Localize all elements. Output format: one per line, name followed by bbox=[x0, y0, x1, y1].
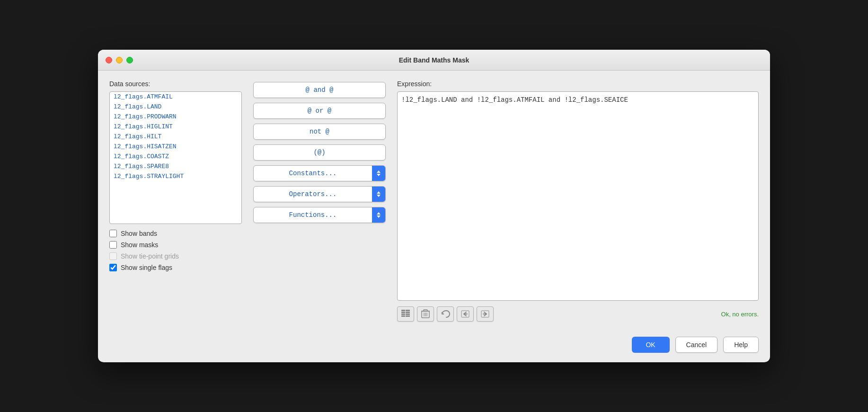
functions-label: Functions... bbox=[254, 207, 372, 223]
checkboxes-group: Show bands Show masks Show tie-point gri… bbox=[109, 230, 242, 271]
help-button[interactable]: Help bbox=[723, 337, 759, 353]
svg-rect-3 bbox=[401, 315, 405, 317]
import-left-button[interactable] bbox=[457, 306, 474, 322]
not-button[interactable]: not @ bbox=[253, 124, 386, 140]
arrow-up-icon bbox=[377, 170, 381, 173]
svg-rect-5 bbox=[406, 312, 410, 313]
delete-button[interactable] bbox=[417, 306, 434, 322]
arrow-down-icon bbox=[377, 174, 381, 176]
constants-dropdown[interactable]: Constants... bbox=[253, 165, 386, 181]
show-tie-point-grids-label: Show tie-point grids bbox=[121, 252, 179, 260]
bottom-bar: OK Cancel Help bbox=[98, 331, 770, 362]
list-item[interactable]: l2_flags.HISATZEN bbox=[110, 142, 241, 152]
bracket-left-icon bbox=[461, 310, 470, 318]
middle-panel: @ and @ @ or @ not @ (@) Constants... Op… bbox=[253, 80, 386, 322]
maximize-button[interactable] bbox=[126, 57, 133, 63]
svg-rect-10 bbox=[424, 310, 427, 311]
list-item[interactable]: l2_flags.SPARE8 bbox=[110, 161, 241, 171]
bracket-right-icon bbox=[480, 310, 490, 318]
datasources-label: Data sources: bbox=[109, 80, 242, 88]
show-tie-point-grids-row: Show tie-point grids bbox=[109, 252, 242, 260]
show-bands-checkbox[interactable] bbox=[109, 230, 117, 237]
svg-rect-2 bbox=[401, 313, 405, 315]
list-item[interactable]: l2_flags.COASTZ bbox=[110, 152, 241, 161]
show-masks-checkbox[interactable] bbox=[109, 241, 117, 249]
constants-label: Constants... bbox=[254, 166, 372, 181]
dialog-window: Edit Band Maths Mask Data sources: l2_fl… bbox=[98, 50, 770, 362]
list-item[interactable]: l2_flags.HIGLINT bbox=[110, 122, 241, 132]
left-panel: Data sources: l2_flags.ATMFAIL l2_flags.… bbox=[109, 80, 242, 322]
show-bands-row[interactable]: Show bands bbox=[109, 230, 242, 237]
grid-view-button[interactable] bbox=[397, 306, 414, 322]
right-panel: Expression: bbox=[397, 80, 759, 322]
show-masks-row[interactable]: Show masks bbox=[109, 241, 242, 249]
svg-rect-4 bbox=[406, 310, 410, 311]
window-title: Edit Band Maths Mask bbox=[399, 56, 469, 64]
svg-rect-1 bbox=[401, 312, 405, 313]
svg-rect-0 bbox=[401, 310, 405, 311]
show-single-flags-row[interactable]: Show single flags bbox=[109, 264, 242, 271]
cancel-button[interactable]: Cancel bbox=[675, 337, 718, 353]
window-controls bbox=[106, 57, 133, 63]
minimize-button[interactable] bbox=[116, 57, 123, 63]
undo-button[interactable] bbox=[437, 306, 454, 322]
functions-arrow bbox=[372, 207, 385, 223]
constants-arrow bbox=[372, 166, 385, 181]
trash-icon bbox=[421, 309, 430, 319]
close-button[interactable] bbox=[106, 57, 112, 63]
arrow-down-icon bbox=[377, 215, 381, 218]
or-button[interactable]: @ or @ bbox=[253, 103, 386, 119]
undo-icon bbox=[441, 310, 450, 318]
list-item[interactable]: l2_flags.PRODWARN bbox=[110, 112, 241, 122]
list-item[interactable]: l2_flags.ATMFAIL bbox=[110, 92, 241, 102]
show-tie-point-grids-checkbox bbox=[109, 252, 117, 260]
paren-button[interactable]: (@) bbox=[253, 144, 386, 161]
arrow-up-icon bbox=[377, 191, 381, 194]
datasources-list[interactable]: l2_flags.ATMFAIL l2_flags.LAND l2_flags.… bbox=[109, 91, 242, 224]
import-right-button[interactable] bbox=[477, 306, 494, 322]
operators-dropdown[interactable]: Operators... bbox=[253, 186, 386, 202]
svg-rect-6 bbox=[406, 313, 410, 315]
and-button[interactable]: @ and @ bbox=[253, 82, 386, 98]
list-item[interactable]: l2_flags.LAND bbox=[110, 102, 241, 112]
toolbar-row: Ok, no errors. bbox=[397, 306, 759, 322]
arrow-up-icon bbox=[377, 212, 381, 215]
list-item[interactable]: l2_flags.HILT bbox=[110, 132, 241, 142]
show-single-flags-label: Show single flags bbox=[121, 264, 172, 271]
title-bar: Edit Band Maths Mask bbox=[98, 50, 770, 71]
operators-arrow bbox=[372, 187, 385, 202]
svg-rect-7 bbox=[406, 315, 410, 317]
arrow-down-icon bbox=[377, 195, 381, 197]
list-item[interactable]: l2_flags.STRAYLIGHT bbox=[110, 171, 241, 181]
expression-textarea[interactable] bbox=[397, 91, 759, 301]
functions-dropdown[interactable]: Functions... bbox=[253, 207, 386, 223]
expression-label: Expression: bbox=[397, 80, 759, 88]
ok-button[interactable]: OK bbox=[632, 337, 670, 353]
show-masks-label: Show masks bbox=[121, 241, 158, 249]
main-content: Data sources: l2_flags.ATMFAIL l2_flags.… bbox=[98, 71, 770, 331]
grid-icon bbox=[401, 309, 410, 319]
operators-label: Operators... bbox=[254, 187, 372, 202]
status-text: Ok, no errors. bbox=[721, 311, 759, 318]
show-bands-label: Show bands bbox=[121, 230, 157, 237]
show-single-flags-checkbox[interactable] bbox=[109, 264, 117, 271]
